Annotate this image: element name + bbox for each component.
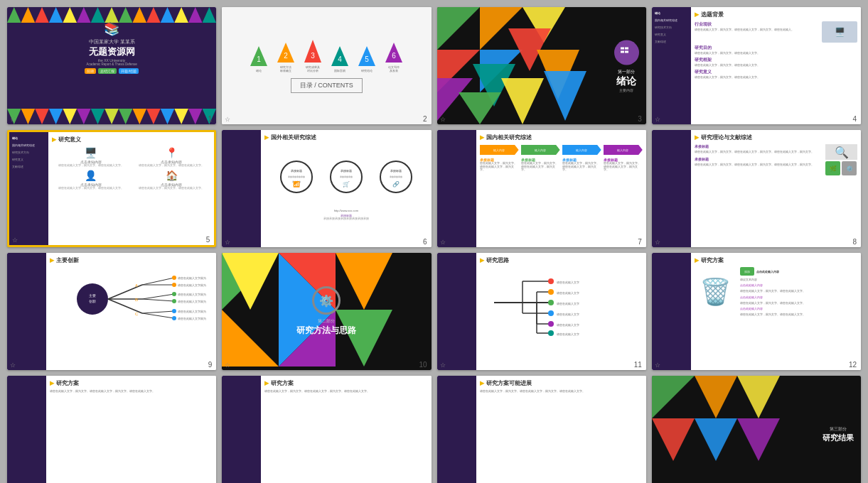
svg-text:承接承接承接承接: 承接承接承接承接 (288, 175, 305, 178)
slide10-content: ⚙️ 第二部分 研究方法与思路 (296, 286, 356, 337)
slide9-number: 9 (208, 361, 213, 369)
slide-16[interactable]: 第三部分 研究结果 ☆ 16 (652, 376, 861, 483)
svg-text:6: 6 (392, 52, 397, 60)
slide-10[interactable]: ⚙️ 第二部分 研究方法与思路 ☆ 10 (222, 253, 431, 370)
slide4-star-icon: ☆ (655, 116, 660, 123)
slide-14[interactable]: ▶ 研究方案 请您在此输入文字，因为文字。请您在此输入文字，因为文字。请您在此输… (222, 376, 431, 483)
svg-rect-28 (625, 50, 628, 53)
slide7-star-icon: ☆ (440, 239, 446, 246)
slide15-title: 研究方案可能进展 (486, 379, 532, 387)
slide4-text1: 请您在此输入文字，因为文字。请您在此输入文字，因为文字。请您在此输入。 (695, 28, 816, 31)
slide5-star-icon: ☆ (12, 237, 18, 244)
slide-5[interactable]: 绪论 国内相关研究综述 研究技术方向 研究意义 文献综述 ▶ 研究意义 🖥️ 点… (7, 130, 216, 247)
slide8-content: 承接标题 请您在此输入文字，因为文字。请您在此输入文字，因为文字。请您在此输入文… (695, 144, 857, 175)
svg-text:🔗: 🔗 (392, 180, 400, 188)
slide1-tag2: 总结汇报 (98, 68, 117, 74)
svg-text:3: 3 (311, 52, 316, 60)
svg-text:🛒: 🛒 (343, 180, 350, 188)
slide-1[interactable]: 📚 中国某家大学 某某系 无题资源网 the XX University Aca… (7, 7, 216, 124)
slide4-sidebar: 绪论 国内相关研究综述 研究技术方向 研究意义 文献综述 (652, 7, 691, 124)
svg-text:请您在此输入文字因为: 请您在此输入文字因为 (178, 317, 206, 320)
slide5-number: 5 (206, 236, 210, 244)
slide-2[interactable]: 1 绪论 2 研究方法标准确立 3 研究成果及对比分析 4 国际贸易 (222, 7, 431, 124)
slide4-text4: 请您在此输入文字，因为文字。请您在此输入文字。 (695, 75, 857, 79)
slide8-image1: 🔍 (825, 144, 857, 160)
svg-text:请您在此输入文字: 请您在此输入文字 (557, 323, 579, 327)
svg-text:请您在此输入文字: 请您在此输入文字 (557, 281, 579, 284)
svg-text:请您在此输入文字: 请您在此输入文字 (557, 332, 579, 336)
svg-line-53 (142, 313, 174, 318)
svg-text:承接标题: 承接标题 (341, 169, 352, 173)
svg-text:承接标题: 承接标题 (390, 169, 402, 173)
slide13-title: 研究方案 (56, 379, 79, 387)
slide4-text3: 请您在此输入文字，因为文字。请您在此输入文字。 (695, 63, 857, 67)
svg-point-91 (548, 310, 554, 316)
slide-3[interactable]: 第一部分 绪论 主要内容 ☆ 3 (437, 7, 646, 124)
slide-12[interactable]: ▶ 研究方案 🗑️ 添加 点击此处输入内容 请议文本内容 点击此处输入内容 请您… (652, 253, 861, 370)
slide-13[interactable]: ▶ 研究方案 请您在此输入文字，因为文字。请您在此输入文字，因为文字。请您在此输… (7, 376, 216, 483)
slide-4[interactable]: 绪论 国内相关研究综述 研究技术方向 研究意义 文献综述 ▶ 选题背景 行业现状… (652, 7, 861, 124)
slide-11[interactable]: ▶ 研究思路 (437, 253, 646, 370)
slide12-star-icon: ☆ (655, 362, 660, 369)
svg-marker-23 (544, 71, 586, 121)
svg-text:请您在此输入文字因为: 请您在此输入文字因为 (178, 283, 206, 287)
slide11-number: 11 (634, 361, 642, 369)
svg-marker-105 (737, 418, 780, 461)
svg-point-93 (548, 330, 554, 336)
svg-text:承接标题: 承接标题 (291, 169, 302, 173)
slide7-content: 承接标题 您在此输入文字，因为文字。请您在此输入文字，因为文字。 承接标题 您在… (480, 158, 643, 172)
slide-8[interactable]: ▶ 研究理论与文献综述 承接标题 请您在此输入文字，因为文字。请您在此输入文字，… (652, 130, 861, 247)
slide1-star-icon: ☆ (10, 116, 16, 123)
svg-text:主要: 主要 (89, 293, 96, 298)
slide-9[interactable]: ▶ 主要创新 主要 创新 (7, 253, 216, 370)
svg-text:4: 4 (338, 55, 343, 63)
svg-line-52 (142, 311, 174, 313)
slide2-star-icon: ☆ (225, 116, 230, 123)
svg-point-59 (172, 292, 176, 296)
slide8-number: 8 (852, 238, 857, 246)
slide9-title: ▶ 主要创新 (50, 256, 213, 264)
slide1-tag3: 开题/结题 (119, 68, 138, 74)
slide5-title: ▶ 研究意义 (52, 136, 210, 143)
svg-text:请您在此输入文字因为: 请您在此输入文字因为 (178, 276, 206, 280)
slide4-section3: 研究框架 (695, 57, 857, 63)
slide7-title: ▶ 国内相关研究综述 (480, 134, 643, 141)
svg-point-90 (548, 300, 554, 305)
svg-text:请您在此输入文字因为: 请您在此输入文字因为 (178, 300, 206, 303)
slide4-section4: 研究意义 (695, 69, 857, 75)
slide3-chapter: 绪论 (614, 75, 639, 87)
svg-marker-102 (652, 418, 695, 461)
slide-15[interactable]: ▶ 研究方案可能进展 请您在此输入文字，因为文字。请您在此输入文字，因为文字。请… (437, 376, 646, 483)
slide14-text: 请您在此输入文字，因为文字。请您在此输入文字，因为文字。请您在此输入文字。 (264, 390, 427, 394)
slide10-number: 10 (419, 361, 427, 369)
slide4-section2: 研究目的 (695, 45, 857, 51)
slide4-text2: 请您在此输入文字，因为文字。请您在此输入文字。 (695, 51, 857, 55)
slide1-university: 中国某家大学 某某系 (7, 38, 216, 45)
svg-text:5: 5 (365, 55, 370, 63)
svg-text:B: B (135, 298, 138, 302)
slide-6[interactable]: ▶ 国外相关研究综述 承接标题 承接承接承接承接 承接承接 承接标题 承接承接承 (222, 130, 431, 247)
svg-point-57 (172, 276, 176, 280)
svg-rect-27 (625, 47, 628, 49)
slide13-text: 请您在此输入文字，因为文字。请您在此输入文字，因为文字。请您在此输入文字。 (50, 390, 213, 394)
svg-text:请您在此输入文字: 请您在此输入文字 (557, 313, 579, 316)
slide-7[interactable]: ▶ 国内相关研究综述 输入内容 输入内容 输入内容 输入内容 承接标题 您在此输… (437, 130, 646, 247)
svg-line-48 (142, 278, 174, 285)
svg-point-92 (548, 321, 554, 327)
slide6-title: ▶ 国外相关研究综述 (264, 134, 316, 141)
slide5-sidebar: 绪论 国内相关研究综述 研究技术方向 研究意义 文献综述 (9, 132, 48, 245)
slide9-star-icon: ☆ (10, 362, 16, 369)
slide8-title: ▶ 研究理论与文献综述 (695, 134, 857, 141)
slide2-title: 目录 / CONTENTS (291, 78, 363, 93)
svg-text:请您在此输入文字因为: 请您在此输入文字因为 (178, 293, 206, 296)
slide15-text: 请您在此输入文字，因为文字。请您在此输入文字，因为文字。请您在此输入文字。 (480, 390, 643, 394)
svg-marker-22 (501, 78, 544, 124)
svg-marker-12 (437, 7, 480, 50)
slide-grid: 📚 中国某家大学 某某系 无题资源网 the XX University Aca… (0, 0, 868, 483)
slide6-star-icon: ☆ (225, 239, 230, 246)
slide7-arrows: 输入内容 输入内容 输入内容 输入内容 (480, 145, 643, 155)
svg-text:创新: 创新 (89, 299, 96, 303)
svg-point-58 (172, 283, 176, 287)
slide16-content: 第三部分 研究结果 (823, 426, 854, 443)
svg-text:请您在此输入文字因为: 请您在此输入文字因为 (178, 310, 206, 313)
